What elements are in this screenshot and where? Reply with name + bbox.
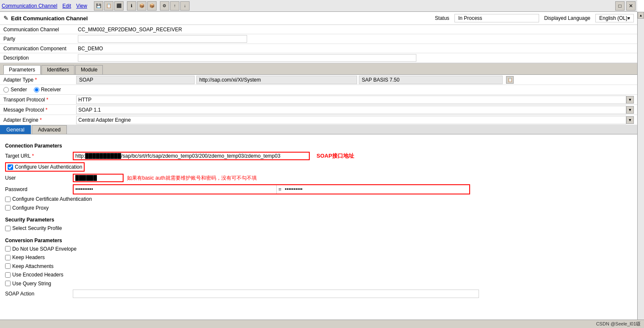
password-right-input[interactable] [283,185,469,194]
message-protocol-value[interactable]: SOAP 1.1 [76,106,626,114]
query-string-label[interactable]: Use Query String [5,281,51,287]
save-local-button[interactable]: 📋 [104,1,113,11]
tab-parameters[interactable]: Parameters [3,65,41,74]
adapter-soap: SOAP [76,76,195,84]
adapter-label: Adapter Type * [0,76,76,84]
maximize-button[interactable]: □ [615,1,625,11]
close-button[interactable]: ✕ [626,1,636,11]
keep-attachments-row: Keep Attachments [5,263,632,271]
configure-user-auth-row: Configure User Authentication [5,162,632,172]
receiver-label: Receiver [41,87,61,93]
security-parameters-header: Security Parameters [5,217,632,223]
user-label: User [5,175,73,181]
party-input[interactable] [78,35,247,43]
no-soap-label[interactable]: Do Not Use SOAP Envelope [5,246,77,252]
form-row-channel: Communication Channel CC_MM002_ERP2DEMO_… [0,25,637,34]
no-soap-row: Do Not Use SOAP Envelope [5,246,632,253]
menu-communication-channel[interactable]: Communication Channel [2,3,57,9]
user-input[interactable] [73,174,124,182]
direction-row: Sender Receiver [0,85,637,95]
main-tabs: Parameters Identifiers Module [0,63,637,75]
menu-view[interactable]: View [76,3,87,9]
transport2-button[interactable]: 📦 [147,1,157,11]
import-button[interactable]: ↓ [180,1,190,11]
message-protocol-dropdown[interactable]: ▼ [626,106,634,114]
encoded-headers-checkbox[interactable] [5,272,11,278]
export-button[interactable]: ↑ [170,1,179,11]
status-label: Status [435,15,449,21]
adapter-engine-value[interactable]: Central Adapter Engine [76,116,626,124]
description-input[interactable] [78,54,416,62]
encoded-headers-row: Use Encoded Headers [5,272,632,279]
cert-auth-label[interactable]: Configure Certificate Authentication [5,196,92,202]
description-value [76,53,637,63]
form-row-component: Communication Component BC_DEMO [0,44,637,53]
content-area: Connection Parameters Target URL * SOAP接… [0,134,637,327]
sub-tab-general[interactable]: General [0,125,31,134]
keep-headers-label[interactable]: Keep Headers [5,254,45,260]
receiver-radio[interactable] [34,87,39,93]
copy-button[interactable]: 📋 [506,76,514,84]
description-label: Description [0,54,76,62]
toolbar: 💾 📋 ⬛ ℹ 📦 📦 ⚙ ↑ ↓ [94,1,190,11]
security-profile-label[interactable]: Select Security Profile [5,225,62,231]
sub-tabs: General Advanced [0,125,637,134]
menu-items: Communication Channel Edit View [2,3,87,9]
cert-auth-checkbox[interactable] [5,197,11,202]
soap-action-input[interactable] [73,290,479,298]
adapter-url: http://sap.com/xi/XI/System [196,76,357,84]
password-left-input[interactable] [74,185,277,194]
target-url-input[interactable] [73,152,310,160]
component-value: BC_DEMO [76,45,637,52]
configure-user-auth-checkbox[interactable] [8,164,13,170]
settings-button[interactable]: ⚙ [160,1,169,11]
tab-module[interactable]: Module [75,65,103,74]
keep-attachments-checkbox[interactable] [5,263,11,269]
proxy-label[interactable]: Configure Proxy [5,205,49,211]
party-value [76,34,637,44]
query-string-checkbox[interactable] [5,281,11,286]
receiver-radio-label[interactable]: Receiver [34,87,61,93]
sender-radio[interactable] [3,87,9,93]
page-title: ✎ Edit Communication Channel [3,15,88,22]
info-button[interactable]: ℹ [127,1,136,11]
proxy-checkbox[interactable] [5,205,11,210]
tab-identifiers[interactable]: Identifiers [41,65,74,74]
form-header: Communication Channel CC_MM002_ERP2DEMO_… [0,25,637,63]
status-value: In Process [454,14,539,22]
scrollbar[interactable]: ▲ ▼ [637,12,644,327]
header-area: ✎ Edit Communication Channel Status In P… [0,12,637,25]
keep-attachments-label[interactable]: Keep Attachments [5,263,53,269]
scroll-up-button[interactable]: ▲ [638,12,644,19]
transport-protocol-dropdown[interactable]: ▼ [626,96,634,104]
sender-radio-label[interactable]: Sender [3,87,27,93]
security-profile-checkbox[interactable] [5,226,11,231]
adapter-type-row: Adapter Type * SOAP http://sap.com/xi/XI… [0,75,637,85]
sub-tab-advanced[interactable]: Advanced [32,125,67,134]
encoded-headers-label[interactable]: Use Encoded Headers [5,272,63,278]
user-row: User 如果有basic auth就需要维护账号和密码，没有可不勾不填 [5,173,632,183]
target-url-row: Target URL * SOAP接口地址 [5,151,632,161]
no-soap-checkbox[interactable] [5,246,11,251]
message-protocol-label: Message Protocol * [0,106,76,114]
form-row-description: Description [0,53,637,63]
back-button[interactable]: ⬛ [114,1,124,11]
target-url-label: Target URL * [5,153,73,159]
menu-edit[interactable]: Edit [62,3,71,9]
transport-protocol-row: Transport Protocol * HTTP ▼ [0,95,637,105]
adapter-engine-label: Adapter Engine * [0,116,76,124]
configure-user-auth-label[interactable]: Configure User Authentication [5,162,85,172]
keep-headers-checkbox[interactable] [5,255,11,260]
adapter-engine-dropdown[interactable]: ▼ [626,116,634,124]
message-protocol-row: Message Protocol * SOAP 1.1 ▼ [0,105,637,115]
scroll-track[interactable] [638,19,644,321]
displayed-language-value[interactable]: English (OL)▾ [595,14,634,22]
transport-protocol-value[interactable]: HTTP [76,96,626,104]
security-profile-row: Select Security Profile [5,225,632,232]
keep-headers-row: Keep Headers [5,254,632,262]
password-row: Password = [5,184,632,194]
transport-button[interactable]: 📦 [137,1,146,11]
proxy-row: Configure Proxy [5,205,632,212]
save-button[interactable]: 💾 [94,1,103,11]
password-label: Password [5,186,73,192]
